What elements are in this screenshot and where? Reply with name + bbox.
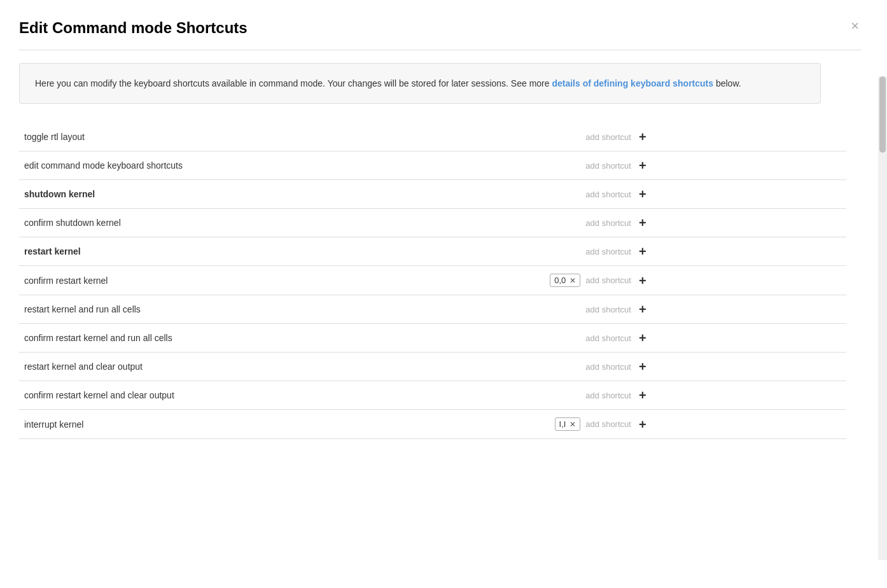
table-row: confirm restart kernel0,0✕add shortcut+ — [19, 266, 846, 295]
shortcut-cell: 0,0✕add shortcut+ — [515, 266, 846, 295]
action-name: confirm restart kernel — [19, 266, 515, 295]
shortcut-cell: add shortcut+ — [515, 381, 846, 410]
add-shortcut-label: add shortcut — [585, 218, 631, 228]
add-shortcut-button[interactable]: + — [636, 159, 649, 172]
modal-header: Edit Command mode Shortcuts × — [19, 19, 862, 37]
add-shortcut-label: add shortcut — [585, 419, 631, 429]
shortcut-cell: add shortcut+ — [515, 123, 846, 151]
header-divider — [19, 50, 862, 50]
shortcut-badge: I,I✕ — [555, 417, 581, 431]
action-name: shutdown kernel — [19, 180, 515, 209]
shortcut-cell: add shortcut+ — [515, 295, 846, 324]
table-row: restart kernel and clear outputadd short… — [19, 353, 846, 381]
add-shortcut-button[interactable]: + — [636, 130, 649, 143]
remove-shortcut-button[interactable]: ✕ — [569, 420, 576, 429]
shortcut-area: add shortcut+ — [520, 188, 649, 200]
add-shortcut-label: add shortcut — [585, 247, 631, 256]
close-button[interactable]: × — [848, 19, 862, 33]
shortcut-cell: add shortcut+ — [515, 353, 846, 381]
modal-container: Edit Command mode Shortcuts × Here you c… — [0, 0, 887, 588]
add-shortcut-label: add shortcut — [585, 391, 631, 400]
keyboard-shortcuts-link[interactable]: details of defining keyboard shortcuts — [552, 78, 713, 88]
action-name: restart kernel and clear output — [19, 353, 515, 381]
shortcuts-table: toggle rtl layoutadd shortcut+edit comma… — [19, 123, 846, 439]
table-row: edit command mode keyboard shortcutsadd … — [19, 151, 846, 180]
shortcut-cell: add shortcut+ — [515, 180, 846, 209]
table-row: interrupt kernelI,I✕add shortcut+ — [19, 410, 846, 439]
shortcut-area: I,I✕add shortcut+ — [520, 417, 649, 431]
shortcut-cell: add shortcut+ — [515, 209, 846, 237]
action-name: confirm restart kernel and clear output — [19, 381, 515, 410]
add-shortcut-button[interactable]: + — [636, 303, 649, 316]
add-shortcut-label: add shortcut — [585, 161, 631, 171]
shortcut-area: add shortcut+ — [520, 245, 649, 258]
table-row: restart kerneladd shortcut+ — [19, 237, 846, 266]
action-name: restart kernel and run all cells — [19, 295, 515, 324]
info-text-after-link: below. — [713, 78, 741, 88]
modal-title: Edit Command mode Shortcuts — [19, 19, 248, 37]
add-shortcut-label: add shortcut — [585, 132, 631, 142]
table-row: confirm restart kernel and clear outputa… — [19, 381, 846, 410]
shortcut-cell: add shortcut+ — [515, 324, 846, 353]
add-shortcut-button[interactable]: + — [636, 274, 649, 287]
shortcut-badge: 0,0✕ — [550, 274, 580, 287]
shortcut-area: add shortcut+ — [520, 332, 649, 344]
info-text-before-link: Here you can modify the keyboard shortcu… — [35, 78, 552, 88]
add-shortcut-label: add shortcut — [585, 305, 631, 314]
shortcut-area: 0,0✕add shortcut+ — [520, 274, 649, 287]
shortcut-cell: add shortcut+ — [515, 237, 846, 266]
add-shortcut-label: add shortcut — [585, 362, 631, 372]
table-row: shutdown kerneladd shortcut+ — [19, 180, 846, 209]
shortcut-area: add shortcut+ — [520, 216, 649, 229]
action-name: edit command mode keyboard shortcuts — [19, 151, 515, 180]
shortcut-cell: I,I✕add shortcut+ — [515, 410, 846, 439]
action-name: confirm shutdown kernel — [19, 209, 515, 237]
add-shortcut-label: add shortcut — [585, 190, 631, 199]
add-shortcut-label: add shortcut — [585, 276, 631, 285]
add-shortcut-button[interactable]: + — [636, 216, 649, 229]
add-shortcut-button[interactable]: + — [636, 245, 649, 258]
add-shortcut-button[interactable]: + — [636, 418, 649, 431]
add-shortcut-button[interactable]: + — [636, 389, 649, 402]
remove-shortcut-button[interactable]: ✕ — [569, 276, 576, 285]
shortcut-area: add shortcut+ — [520, 130, 649, 143]
table-row: restart kernel and run all cellsadd shor… — [19, 295, 846, 324]
scrollbar-thumb[interactable] — [879, 76, 886, 153]
add-shortcut-label: add shortcut — [585, 333, 631, 343]
table-row: toggle rtl layoutadd shortcut+ — [19, 123, 846, 151]
shortcut-cell: add shortcut+ — [515, 151, 846, 180]
action-name: interrupt kernel — [19, 410, 515, 439]
add-shortcut-button[interactable]: + — [636, 188, 649, 200]
action-name: restart kernel — [19, 237, 515, 266]
shortcut-area: add shortcut+ — [520, 159, 649, 172]
action-name: toggle rtl layout — [19, 123, 515, 151]
add-shortcut-button[interactable]: + — [636, 360, 649, 373]
info-box: Here you can modify the keyboard shortcu… — [19, 63, 821, 104]
action-name: confirm restart kernel and run all cells — [19, 324, 515, 353]
scrollbar-track[interactable] — [878, 76, 887, 560]
add-shortcut-button[interactable]: + — [636, 332, 649, 344]
shortcut-area: add shortcut+ — [520, 389, 649, 402]
shortcut-area: add shortcut+ — [520, 360, 649, 373]
table-row: confirm restart kernel and run all cells… — [19, 324, 846, 353]
shortcut-area: add shortcut+ — [520, 303, 649, 316]
table-row: confirm shutdown kerneladd shortcut+ — [19, 209, 846, 237]
